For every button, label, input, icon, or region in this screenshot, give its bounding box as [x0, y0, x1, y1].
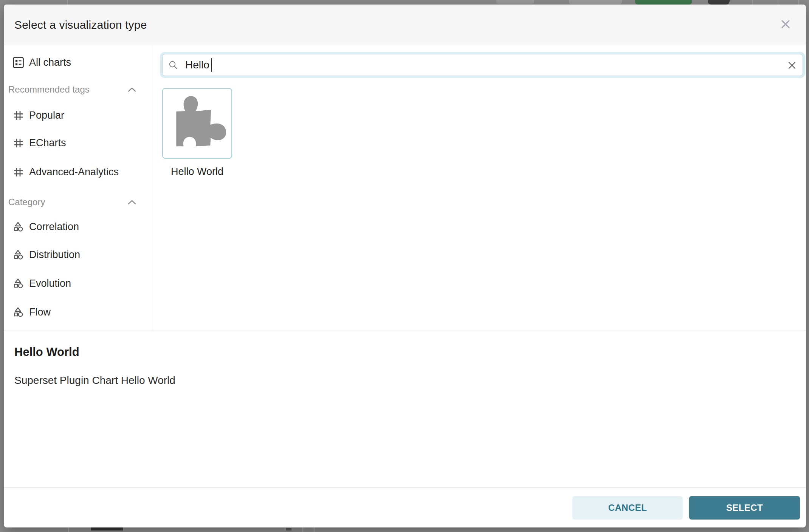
sidebar-item-label: Distribution — [29, 249, 80, 261]
backdrop-text-fragment — [286, 528, 291, 530]
backdrop-bottom — [0, 527, 809, 532]
modal-footer: CANCEL SELECT — [4, 487, 806, 527]
search-input[interactable] — [162, 54, 803, 76]
sidebar-item-label: Advanced-Analytics — [29, 166, 119, 178]
hash-icon — [12, 137, 25, 149]
gallery-icon — [12, 57, 25, 68]
backdrop-button — [569, 0, 622, 4]
viz-type-detail-panel: Hello World Superset Plugin Chart Hello … — [4, 331, 806, 487]
sidebar-section-recommended-tags[interactable]: Recommended tags — [4, 84, 152, 96]
sidebar-item-all-charts[interactable]: All charts — [4, 53, 152, 71]
backdrop-right — [806, 0, 809, 532]
viz-type-card-label: Hello World — [162, 166, 232, 178]
visualization-type-modal: Select a visualization type — [4, 5, 806, 527]
sidebar-item-label: Correlation — [29, 221, 79, 233]
screen: Select a visualization type — [0, 0, 809, 532]
sidebar-item-label: Evolution — [29, 278, 71, 289]
backdrop-divider — [798, 0, 799, 5]
sidebar-item-evolution[interactable]: Evolution — [4, 274, 152, 292]
backdrop-button — [496, 0, 534, 4]
clear-search-icon[interactable] — [786, 60, 798, 71]
backdrop-green-button — [635, 0, 692, 5]
backdrop-text-fragment — [91, 527, 123, 530]
sidebar-item-label: Flow — [29, 306, 51, 318]
hash-icon — [12, 166, 25, 178]
cancel-button[interactable]: CANCEL — [572, 496, 683, 520]
backdrop-divider — [67, 0, 68, 5]
backdrop-left — [0, 0, 4, 532]
section-label: Category — [8, 197, 45, 207]
sidebar-item-advanced-analytics[interactable]: Advanced-Analytics — [4, 163, 152, 181]
search-box — [162, 54, 803, 76]
sidebar-item-correlation[interactable]: Correlation — [4, 218, 152, 236]
sidebar-item-label: All charts — [29, 57, 71, 68]
shapes-icon — [12, 221, 25, 233]
viz-type-results: Hello World — [153, 46, 806, 331]
viz-type-sidebar: All charts Recommended tags — [4, 46, 152, 331]
close-icon[interactable] — [778, 17, 793, 32]
chevron-up-icon — [128, 200, 136, 205]
backdrop-divider — [778, 0, 778, 5]
backdrop-divider — [302, 527, 303, 532]
shapes-icon — [12, 278, 25, 289]
sidebar-item-popular[interactable]: Popular — [4, 106, 152, 124]
detail-description: Superset Plugin Chart Hello World — [14, 374, 175, 387]
backdrop-dark-button — [708, 0, 730, 5]
sidebar-item-label: Popular — [29, 110, 64, 121]
sidebar-item-distribution[interactable]: Distribution — [4, 246, 152, 264]
detail-title: Hello World — [14, 345, 79, 359]
section-label: Recommended tags — [8, 84, 90, 95]
backdrop-divider — [314, 527, 315, 532]
backdrop-top — [0, 0, 809, 5]
viz-type-card-hello-world[interactable] — [162, 88, 232, 159]
backdrop-divider — [68, 527, 69, 532]
puzzle-piece-icon — [169, 94, 226, 153]
modal-body: All charts Recommended tags — [4, 46, 806, 331]
sidebar-item-label: ECharts — [29, 137, 66, 149]
modal-title: Select a visualization type — [14, 5, 147, 45]
hash-icon — [12, 110, 25, 121]
shapes-icon — [12, 306, 25, 318]
backdrop-divider — [752, 0, 753, 5]
shapes-icon — [12, 249, 25, 261]
sidebar-item-flow[interactable]: Flow — [4, 303, 152, 321]
modal-header: Select a visualization type — [4, 5, 806, 45]
chevron-up-icon — [128, 87, 136, 92]
select-button[interactable]: SELECT — [689, 496, 800, 520]
sidebar-item-echarts[interactable]: ECharts — [4, 134, 152, 152]
sidebar-section-category[interactable]: Category — [4, 196, 152, 208]
